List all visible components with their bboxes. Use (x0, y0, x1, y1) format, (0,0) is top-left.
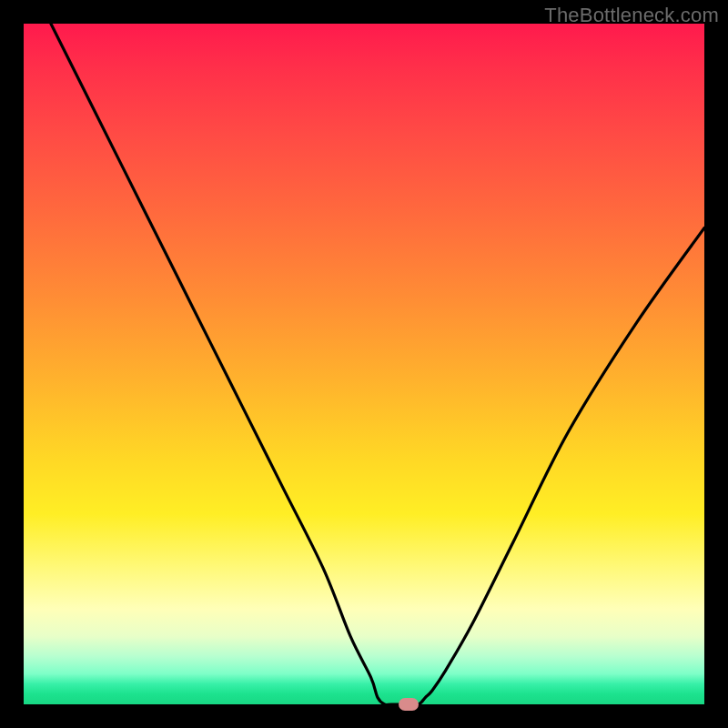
watermark-text: TheBottleneck.com (544, 4, 719, 27)
chart-frame: TheBottleneck.com (0, 0, 728, 728)
plot-area (24, 24, 704, 704)
minimum-marker (399, 698, 419, 711)
bottleneck-curve (24, 24, 704, 704)
